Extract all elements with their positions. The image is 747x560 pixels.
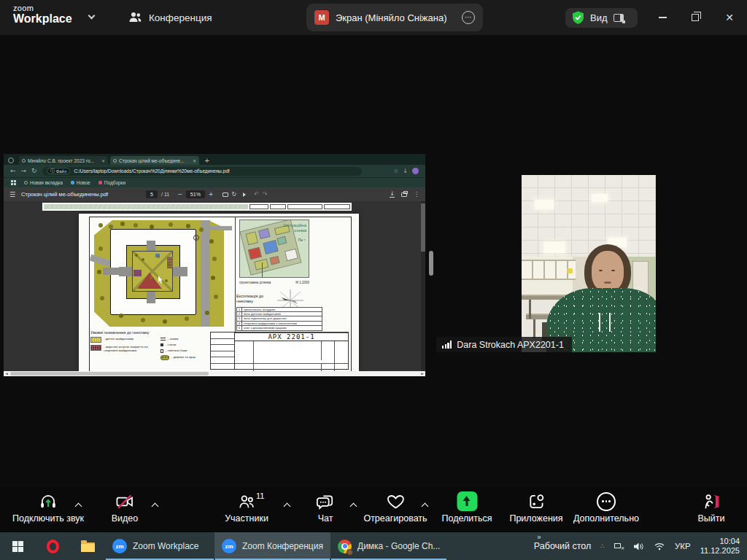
opera-icon xyxy=(47,540,59,553)
legend-grid: - дитячі майданчики - жорстке штучне пок… xyxy=(90,337,207,360)
address-bar-actions: ☆ ↓ xyxy=(393,168,419,174)
view-button[interactable]: Вид xyxy=(565,8,638,28)
stage-scrollbar-thumb[interactable] xyxy=(429,251,433,276)
participants-button[interactable]: Участники 11 xyxy=(225,491,268,524)
bookmark-icon xyxy=(98,181,102,184)
share-screen-icon xyxy=(457,491,477,511)
camera-feed xyxy=(522,175,656,352)
row-number: 2 xyxy=(237,312,242,316)
react-button[interactable]: Отреагировать xyxy=(363,491,427,524)
join-audio-button[interactable]: Подключить звук xyxy=(12,491,84,524)
explication-table: 1 проектована забудова 2 зона дитячих ма… xyxy=(236,307,322,331)
leave-meeting-icon xyxy=(701,491,721,511)
tab-conference[interactable]: Конференция xyxy=(117,0,224,35)
video-button[interactable]: Видео xyxy=(112,491,139,524)
join-audio-label: Подключить звук xyxy=(12,513,84,524)
browser-tab-1-label: Міняйло С.В. проект 2023 го... xyxy=(28,158,99,163)
block-highlight xyxy=(248,247,262,260)
legend-text: - дерева та кущі xyxy=(171,355,196,359)
start-button[interactable] xyxy=(0,532,35,560)
wifi-icon[interactable] xyxy=(654,542,665,551)
opera-taskbar-button[interactable] xyxy=(35,532,70,560)
task-google-chrome[interactable]: Димка - Google Ch... xyxy=(330,532,447,560)
restore-icon xyxy=(692,14,699,21)
leave-button[interactable]: Выйти xyxy=(697,491,724,524)
legend-item: - столи xyxy=(160,343,206,346)
chevron-down-icon[interactable] xyxy=(88,12,96,20)
swatch-sport-surface xyxy=(90,345,101,351)
more-ellipsis-icon xyxy=(597,492,616,511)
bookmark-label: Подборки xyxy=(104,180,125,185)
explication-row: 2 зона дитячих майданчиків xyxy=(236,312,322,317)
page4-drawing-strip xyxy=(44,204,248,209)
minimize-button[interactable] xyxy=(646,0,678,35)
bookmark-item: Новая вкладка xyxy=(24,180,63,185)
legend-text: - жорстке штучне покриття на спортивні м… xyxy=(104,345,155,352)
kebab-menu-icon: ⋮ xyxy=(414,191,419,198)
scale-label: М 1:2000 xyxy=(295,281,309,284)
zoom-app-icon: zm xyxy=(222,539,236,553)
volume-icon[interactable] xyxy=(633,542,644,551)
chat-options-chevron[interactable] xyxy=(351,499,356,512)
tab-more-icon[interactable]: ⋯ xyxy=(462,11,475,24)
row-text: зона відпочинку для дорослих xyxy=(242,316,322,321)
participant-video-tile[interactable]: Dara Strokach APX2201-1 xyxy=(436,175,743,352)
restore-button[interactable] xyxy=(679,0,711,35)
participants-options-chevron[interactable] xyxy=(285,499,290,512)
participants-icon xyxy=(128,12,142,23)
explication-row: 5 алеї з декоративними кущами xyxy=(236,326,322,331)
row-text: зона дитячих майданчиків xyxy=(242,312,322,316)
share-screen-button[interactable]: Поделиться xyxy=(441,491,492,524)
ceiling-light xyxy=(592,194,608,202)
north-arrow: Пн ↑ xyxy=(298,238,306,242)
clock-date: 11.12.2025 xyxy=(700,546,740,556)
profile-avatar xyxy=(412,168,419,174)
heart-icon xyxy=(385,491,406,511)
chat-button[interactable]: Чат xyxy=(316,491,335,524)
more-button[interactable]: Дополнительно xyxy=(573,491,639,524)
row-text: спортивні майданчики з озелененням xyxy=(242,322,322,326)
tab-close-icon: ✕ xyxy=(101,158,105,163)
tab-screen-share[interactable]: M Экран (Міняйло Сніжана) ⋯ xyxy=(306,4,483,31)
avatar: M xyxy=(314,10,329,25)
zoom-meeting-window: zoom Workplace Конференция M Экран (Міня… xyxy=(0,0,747,560)
desktop-toolbar-label[interactable]: Рабочий стол xyxy=(534,541,591,551)
legend-text: - лавки xyxy=(168,337,178,341)
audio-options-chevron[interactable] xyxy=(76,499,81,512)
toolbar-overflow-icon[interactable]: » xyxy=(537,533,541,541)
globe-icon xyxy=(22,159,26,163)
pdf-actions: ↓ ⋮ xyxy=(390,187,419,201)
pdf-page-4-edge xyxy=(42,203,352,211)
close-button[interactable]: ✕ xyxy=(713,0,746,35)
browser-menu-icon xyxy=(8,158,14,163)
zoom-out-icon: − xyxy=(177,191,182,198)
taskbar-clock[interactable]: 10:04 11.12.2025 xyxy=(700,537,740,556)
task-zoom-meeting[interactable]: zm Zoom Конференция xyxy=(214,532,330,560)
zoom-app-icon: zm xyxy=(112,539,127,553)
apps-button[interactable]: Приложения xyxy=(509,491,562,524)
react-options-chevron[interactable] xyxy=(422,499,427,512)
conference-tab-label: Конференция xyxy=(149,12,212,23)
task-zoom-workplace[interactable]: zm Zoom Workplace xyxy=(105,532,214,560)
participant-name-tag: Dara Strokach APX2201-1 xyxy=(436,337,572,352)
pdf-filename: Строкач цілий ме-объединены.pdf xyxy=(21,191,108,198)
situational-scheme: Ситуаційна схема Пн ↑ проектована ділянк… xyxy=(239,219,309,291)
language-indicator[interactable]: УКР xyxy=(675,542,691,551)
row-text: алеї з декоративними кущами xyxy=(242,326,322,330)
road xyxy=(201,220,210,327)
legend-item: - жорстке штучне покриття на спортивні м… xyxy=(90,345,155,352)
playground-equipment xyxy=(155,254,160,257)
windows-taskbar: zm Zoom Workplace zm Zoom Конференция Ди… xyxy=(0,532,747,560)
browser-vertical-scrollbar xyxy=(421,201,425,371)
video-options-chevron[interactable] xyxy=(152,499,158,512)
pdf-toolbar: ☰ Строкач цілий ме-объединены.pdf 5 / 11… xyxy=(4,187,425,201)
file-explorer-button[interactable] xyxy=(70,532,105,560)
block xyxy=(276,236,287,246)
pdf-page-5: 1 xyxy=(79,214,359,371)
site-plan: 1 xyxy=(91,219,232,328)
explication-title: Експлікація до генплану xyxy=(236,294,276,303)
title-stamp: АРХ 2201-1 xyxy=(210,332,349,370)
globe-icon xyxy=(24,181,28,184)
bookmark-icon xyxy=(71,181,74,184)
network-ethernet-icon[interactable]: ✕ xyxy=(614,542,624,550)
